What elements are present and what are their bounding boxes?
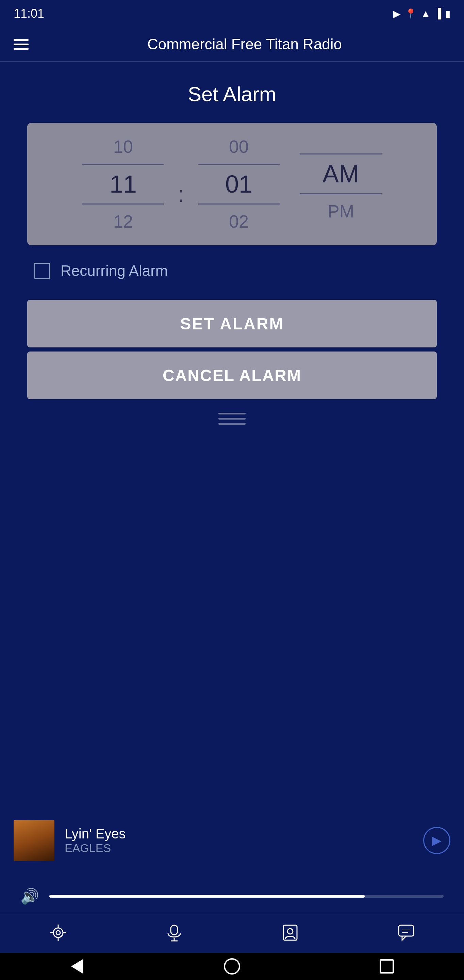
album-art <box>14 820 54 861</box>
minutes-below: 02 <box>229 211 249 232</box>
main-content: Set Alarm 10 11 12 : 00 01 02 <box>0 62 464 459</box>
svg-point-5 <box>41 832 48 846</box>
play-button[interactable]: ▶ <box>423 827 450 854</box>
play-status-icon: ▶ <box>393 8 401 19</box>
drag-line-3 <box>218 423 246 425</box>
minutes-column[interactable]: 00 01 02 <box>191 137 286 232</box>
drag-line-1 <box>218 413 246 414</box>
period-column[interactable]: AM PM <box>293 147 388 221</box>
location-icon: 📍 <box>405 8 417 19</box>
recurring-alarm-label: Recurring Alarm <box>60 262 168 279</box>
svg-point-7 <box>53 928 63 937</box>
hours-above: 10 <box>113 137 133 157</box>
track-artist: EAGLES <box>65 842 413 855</box>
minutes-divider-bottom <box>198 204 280 205</box>
nav-contacts[interactable] <box>281 923 300 942</box>
home-icon <box>224 958 240 975</box>
track-title: Lyin' Eyes <box>65 826 413 842</box>
drag-handle <box>27 413 437 425</box>
nav-chat[interactable] <box>397 923 416 942</box>
recents-icon <box>380 959 394 974</box>
hours-divider-bottom <box>82 204 164 205</box>
cancel-alarm-button[interactable]: CANCEL ALARM <box>27 352 437 399</box>
battery-icon: ▮ <box>445 8 450 19</box>
recurring-alarm-row[interactable]: Recurring Alarm <box>27 262 437 279</box>
period-below: PM <box>327 201 354 221</box>
hours-selected: 11 <box>110 170 137 198</box>
back-button[interactable] <box>67 956 87 977</box>
nav-radio[interactable] <box>49 923 68 942</box>
hours-below: 12 <box>113 211 133 232</box>
svg-point-8 <box>56 931 60 935</box>
time-separator: : <box>178 183 184 205</box>
hours-divider-top <box>82 164 164 165</box>
volume-row: 🔊 <box>0 881 464 912</box>
app-title: Commercial Free Titan Radio <box>39 36 450 53</box>
recents-button[interactable] <box>377 956 397 977</box>
drag-line-2 <box>218 418 246 420</box>
now-playing-bar: Lyin' Eyes EAGLES ▶ <box>0 813 464 868</box>
period-divider-bottom <box>300 193 382 194</box>
svg-rect-1 <box>14 820 54 861</box>
set-alarm-button[interactable]: SET ALARM <box>27 300 437 347</box>
minutes-above: 00 <box>229 137 249 157</box>
svg-rect-13 <box>171 925 178 935</box>
home-button[interactable] <box>222 956 242 977</box>
bottom-nav <box>0 912 464 953</box>
status-icons: ▶ 📍 ▲ ▐ ▮ <box>393 8 450 19</box>
recurring-alarm-checkbox[interactable] <box>34 263 50 279</box>
album-art-image <box>14 820 54 861</box>
time-picker[interactable]: 10 11 12 : 00 01 02 AM <box>27 123 437 245</box>
svg-point-17 <box>288 929 293 934</box>
play-icon: ▶ <box>432 833 442 848</box>
time-picker-row: 10 11 12 : 00 01 02 AM <box>48 137 416 232</box>
back-icon <box>71 959 83 974</box>
minutes-divider-top <box>198 164 280 165</box>
track-info: Lyin' Eyes EAGLES <box>65 826 413 855</box>
svg-rect-0 <box>14 820 54 861</box>
time-separator-col: : <box>171 163 191 205</box>
svg-point-2 <box>21 832 27 846</box>
volume-fill <box>49 895 365 898</box>
period-divider-top <box>300 153 382 154</box>
hours-column[interactable]: 10 11 12 <box>76 137 171 232</box>
signal-icon: ▐ <box>434 8 441 19</box>
svg-point-3 <box>27 829 34 846</box>
page-title: Set Alarm <box>27 82 437 106</box>
volume-icon: 🔊 <box>21 888 39 905</box>
nav-mic[interactable] <box>165 923 184 942</box>
minutes-selected: 01 <box>225 170 253 198</box>
period-selected: AM <box>323 160 359 188</box>
svg-point-4 <box>34 830 41 845</box>
volume-track[interactable] <box>49 895 443 898</box>
svg-rect-18 <box>399 925 414 936</box>
menu-button[interactable] <box>14 39 29 50</box>
wifi-icon: ▲ <box>421 8 430 19</box>
system-nav-bar <box>0 953 464 980</box>
svg-rect-6 <box>14 854 54 861</box>
status-time: 11:01 <box>14 6 44 21</box>
status-bar: 11:01 ▶ 📍 ▲ ▐ ▮ <box>0 0 464 27</box>
header: Commercial Free Titan Radio <box>0 27 464 61</box>
